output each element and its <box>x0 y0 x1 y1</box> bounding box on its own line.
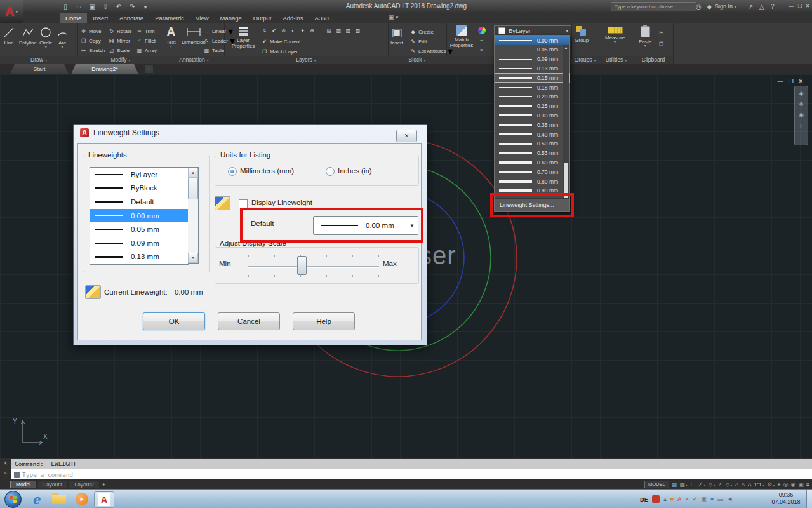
object-color-button[interactable] <box>478 26 486 34</box>
linetype-button[interactable]: ≡ <box>478 36 485 44</box>
ribbon-tab-add-ins[interactable]: Add-ins <box>277 13 309 23</box>
ok-button[interactable]: OK <box>143 312 205 330</box>
layout-tab-layout2[interactable]: Layout2 <box>69 481 98 488</box>
new-layout-button[interactable]: + <box>100 481 107 488</box>
workspace-gear-icon[interactable]: ⚙▾ <box>767 480 775 490</box>
layer-state-toggles[interactable]: ↯✔⊘◐✦⊕ <box>261 27 316 35</box>
tool-arc[interactable]: Arc▾ <box>56 26 69 49</box>
tray-antivirus-icon[interactable]: ✔ <box>693 495 698 503</box>
tool-array[interactable]: ▦Array <box>136 46 157 55</box>
tray-expand-icon[interactable]: ▴ <box>663 495 667 503</box>
tray-mouse-icon[interactable]: ● <box>685 495 688 503</box>
dialog-lineweight-item[interactable]: ByBlock <box>90 182 189 196</box>
qat-menu-caret-icon[interactable]: ▾ <box>141 2 150 11</box>
taskbar-autocad-active[interactable]: A <box>94 491 114 508</box>
tray-display-icon[interactable]: ▬ <box>717 495 723 503</box>
isometric-drafting-icon[interactable]: ◇▾ <box>709 480 715 490</box>
start-button[interactable] <box>4 491 22 508</box>
tool-copy[interactable]: ❐Copy <box>80 37 101 45</box>
qat-plot-icon[interactable]: ⇩ <box>101 2 110 11</box>
tray-camera-icon[interactable]: ▣ <box>701 495 707 503</box>
full-navigation-wheel-icon[interactable]: ◈ <box>799 90 804 97</box>
dialog-lineweight-item[interactable]: Default <box>90 195 189 209</box>
tool-table[interactable]: ▦Table <box>203 46 224 55</box>
lineweight-option[interactable]: 0.13 mm <box>495 64 570 74</box>
arc-flyout-caret-icon[interactable]: ▾ <box>61 46 63 49</box>
radio-inches-label[interactable]: Inches (in) <box>338 167 372 175</box>
panel-label-annotation[interactable]: Annotation▾ <box>164 56 224 64</box>
tool-create-block[interactable]: ◆Create <box>409 28 434 36</box>
lineweight-button[interactable]: ≡ <box>478 46 485 55</box>
taskbar-file-explorer[interactable] <box>50 491 69 507</box>
graphics-performance-icon[interactable]: ◉ <box>790 480 795 489</box>
listbox-scroll-down-icon[interactable]: ▼ <box>188 253 198 263</box>
taskbar-clock[interactable]: 09:36 07.04.2018 <box>768 491 804 505</box>
a360-icon[interactable]: △ <box>759 2 764 11</box>
dialog-lineweight-item[interactable]: 0.05 mm <box>90 222 189 236</box>
language-indicator[interactable]: DE <box>640 496 648 503</box>
new-drawing-tab-button[interactable]: + <box>145 65 153 73</box>
annotation-scale-icon[interactable]: A <box>748 480 752 489</box>
tool-match-layer[interactable]: ❐Match Layer <box>261 48 298 56</box>
panel-label-block[interactable]: Block▾ <box>388 56 446 64</box>
radio-millimeters-label[interactable]: Millimeters (mm) <box>240 167 294 175</box>
lineweight-option[interactable]: 0.09 mm <box>495 55 570 64</box>
dialog-close-button[interactable]: ✕ <box>396 130 417 142</box>
dialog-lineweight-item[interactable]: ByLayer <box>90 168 189 182</box>
tool-make-current[interactable]: ✔Make Current <box>261 37 300 46</box>
radio-millimeters[interactable] <box>228 167 237 176</box>
zoom-extents-icon[interactable]: ◉ <box>799 112 804 118</box>
tool-cut[interactable]: ✂ <box>658 29 665 37</box>
show-desktop-button[interactable] <box>806 490 812 508</box>
tool-match-properties[interactable]: Match Properties <box>448 25 476 48</box>
tool-edit-block[interactable]: ✎Edit <box>409 37 427 46</box>
display-lineweight-label[interactable]: Display Lineweight <box>251 199 312 206</box>
ribbon-tab-output[interactable]: Output <box>248 13 277 23</box>
tool-line[interactable]: Line <box>3 26 15 46</box>
annotation-scale-value[interactable]: 1:1▾ <box>754 480 765 490</box>
grid-icon[interactable]: ▦ <box>672 480 677 489</box>
window-minimize-button[interactable]: — <box>787 2 795 10</box>
ribbon-tab-a360[interactable]: A360 <box>309 13 335 23</box>
osnap-tracking-icon[interactable]: ∠ <box>718 480 723 489</box>
ribbon-tab-manage[interactable]: Manage <box>215 13 248 23</box>
tool-paste[interactable]: Paste▾ <box>639 26 651 48</box>
tool-circle[interactable]: Circle▾ <box>39 26 52 49</box>
lineweight-option[interactable]: 0.40 mm <box>495 130 570 139</box>
qat-undo-icon[interactable]: ↶ <box>114 2 123 11</box>
ribbon-tab-view[interactable]: View <box>190 13 214 23</box>
tray-volume-icon[interactable]: ◄ <box>727 495 733 503</box>
file-tab-drawing2[interactable]: Drawing2* <box>71 64 138 74</box>
qat-new-icon[interactable]: ▯ <box>61 2 70 11</box>
application-menu-button[interactable]: A▾ <box>0 0 23 23</box>
qat-save-icon[interactable]: ▣ <box>88 2 97 11</box>
snap-mode-icon[interactable]: ▦▾ <box>679 480 688 490</box>
ribbon-tab-annotate[interactable]: Annotate <box>114 13 149 23</box>
command-window-customize-icon[interactable]: » <box>1 471 10 476</box>
clean-screen-icon[interactable]: ▣ <box>798 480 804 489</box>
panel-label-modify[interactable]: Modify▾ <box>77 56 164 64</box>
cancel-button[interactable]: Cancel <box>218 312 280 330</box>
orbit-icon[interactable]: ◌ <box>799 123 802 129</box>
help-button[interactable]: Help <box>293 312 355 330</box>
radio-inches[interactable] <box>326 167 335 176</box>
tool-move[interactable]: ✛Move <box>80 27 102 36</box>
lineweight-option[interactable]: 0.35 mm <box>495 120 570 130</box>
slider-thumb[interactable] <box>297 256 307 275</box>
scroll-up-icon[interactable]: ▲ <box>563 45 569 51</box>
dialog-lineweight-item[interactable]: 0.09 mm <box>90 236 189 250</box>
tool-text[interactable]: A Text▾ <box>166 25 176 48</box>
taskbar-internet-explorer[interactable]: e <box>27 491 46 507</box>
lineweight-option[interactable]: 0.53 mm <box>495 149 570 158</box>
qat-redo-icon[interactable]: ↷ <box>128 2 136 11</box>
dialog-title-bar[interactable]: A Lineweight Settings <box>80 128 159 137</box>
customization-icon[interactable]: ≡ <box>806 480 809 489</box>
tool-group[interactable]: Group <box>575 26 589 43</box>
annotation-visibility-icon[interactable]: A <box>735 480 739 489</box>
tool-stretch[interactable]: ↦Stretch <box>80 46 105 55</box>
navigation-bar[interactable]: ◈ ✥ ◉ ◌ <box>794 86 808 145</box>
tool-rotate[interactable]: ↻Rotate <box>108 27 132 36</box>
listbox-scrollbar[interactable]: ▲ ▼ <box>188 167 199 264</box>
circle-flyout-caret-icon[interactable]: ▾ <box>45 46 47 49</box>
tool-fillet[interactable]: ◜Fillet <box>136 37 156 45</box>
